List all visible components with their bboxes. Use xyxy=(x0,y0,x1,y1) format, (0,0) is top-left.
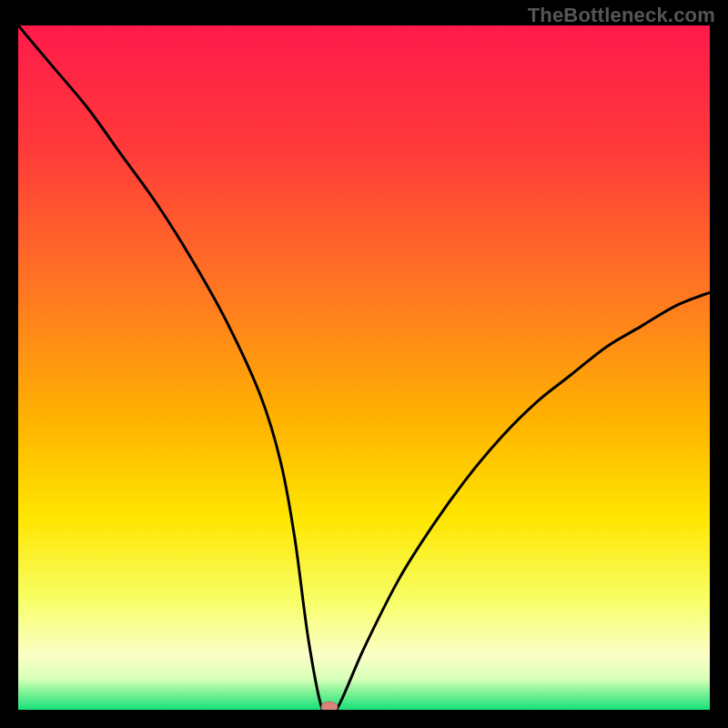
optimum-marker xyxy=(321,702,338,710)
bottleneck-chart xyxy=(18,25,710,710)
plot-area xyxy=(18,25,710,710)
gradient-background xyxy=(18,25,710,710)
chart-frame: TheBottleneck.com xyxy=(0,0,728,728)
watermark-text: TheBottleneck.com xyxy=(528,4,715,27)
